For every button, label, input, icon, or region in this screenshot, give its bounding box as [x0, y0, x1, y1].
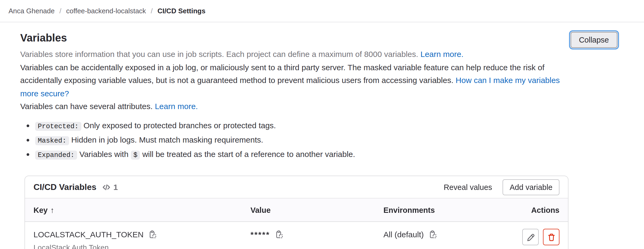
sort-ascending-icon: ↑ — [50, 206, 54, 214]
pencil-icon — [526, 233, 535, 241]
intro-text: Variables store information that you can… — [20, 49, 418, 59]
variable-environments-cell: All (default) — [383, 229, 522, 249]
warning-paragraph: Variables can be accidentally exposed in… — [20, 61, 569, 100]
copy-to-clipboard-icon — [429, 230, 437, 239]
learn-more-link[interactable]: Learn more. — [420, 49, 463, 59]
copy-key-button[interactable] — [148, 229, 157, 240]
breadcrumb-separator: / — [151, 7, 153, 15]
attributes-text: Variables can have several attributes. — [20, 102, 153, 111]
trash-icon — [547, 233, 555, 241]
breadcrumb-current-page[interactable]: CI/CD Settings — [157, 7, 206, 15]
variables-card-title: CI/CD Variables — [34, 182, 97, 192]
column-header-environments: Environments — [383, 206, 531, 214]
expanded-description-after: will be treated as the start of a refere… — [142, 149, 355, 158]
copy-value-button[interactable] — [275, 229, 283, 240]
reveal-values-button[interactable]: Reveal values — [437, 179, 499, 195]
column-header-value: Value — [250, 206, 383, 214]
copy-environments-button[interactable] — [429, 229, 437, 240]
attributes-list: Protected: Only exposed to protected bra… — [20, 119, 569, 162]
delete-variable-button[interactable] — [543, 229, 559, 245]
table-row: LOCALSTACK_AUTH_TOKEN LocalStack Auth To… — [25, 222, 568, 249]
collapse-button[interactable]: Collapse — [570, 32, 617, 48]
page-title: Variables — [20, 30, 67, 46]
variables-count: 1 — [102, 182, 118, 192]
section-description: Variables store information that you can… — [20, 48, 569, 162]
code-icon — [102, 183, 111, 191]
masked-value: ***** — [250, 229, 270, 240]
breadcrumb-project-link[interactable]: coffee-backend-localstack — [66, 7, 146, 15]
protected-term-chip: Protected: — [35, 122, 81, 131]
variable-key-cell: LOCALSTACK_AUTH_TOKEN LocalStack Auth To… — [34, 229, 250, 249]
cicd-variables-card: CI/CD Variables 1 Reveal values Add vari… — [24, 176, 568, 249]
card-header-actions: Reveal values Add variable — [437, 179, 559, 195]
edit-variable-button[interactable] — [522, 229, 539, 245]
environments-scope: All (default) — [383, 229, 424, 240]
cicd-settings-page: Anca Ghenade / coffee-backend-localstack… — [0, 0, 644, 249]
list-item-protected: Protected: Only exposed to protected bra… — [35, 119, 569, 133]
intro-paragraph: Variables store information that you can… — [20, 48, 569, 61]
column-header-key[interactable]: Key↑ — [34, 206, 250, 214]
variable-key: LOCALSTACK_AUTH_TOKEN — [34, 229, 144, 240]
expanded-description-before: Variables with — [80, 149, 129, 158]
copy-to-clipboard-icon — [275, 230, 283, 239]
breadcrumb: Anca Ghenade / coffee-backend-localstack… — [0, 0, 644, 22]
variable-actions-cell — [522, 229, 559, 249]
section-header: Variables Collapse — [20, 30, 619, 48]
copy-to-clipboard-icon — [148, 230, 157, 239]
variable-description: LocalStack Auth Token — [34, 243, 250, 249]
add-variable-button[interactable]: Add variable — [503, 179, 559, 195]
variables-table-header: Key↑ Value Environments Actions — [25, 198, 568, 222]
variables-count-value: 1 — [114, 182, 118, 192]
list-item-masked: Masked: Hidden in job logs. Must match m… — [35, 133, 569, 147]
key-column-label: Key — [34, 206, 48, 214]
breadcrumb-user-link[interactable]: Anca Ghenade — [9, 7, 55, 15]
attributes-paragraph: Variables can have several attributes. L… — [20, 100, 569, 113]
protected-description: Only exposed to protected branches or pr… — [83, 121, 276, 130]
attributes-learn-more-link[interactable]: Learn more. — [155, 102, 198, 111]
settings-section-variables: Variables Collapse Variables store infor… — [0, 30, 644, 249]
variable-value-cell: ***** — [250, 229, 383, 249]
column-header-actions: Actions — [531, 206, 559, 214]
list-item-expanded: Expanded: Variables with $ will be treat… — [35, 148, 569, 162]
variables-card-header: CI/CD Variables 1 Reveal values Add vari… — [25, 176, 568, 198]
masked-term-chip: Masked: — [35, 136, 69, 145]
expanded-term-chip: Expanded: — [35, 150, 77, 159]
masked-description: Hidden in job logs. Must match masking r… — [71, 135, 263, 144]
breadcrumb-separator: / — [59, 7, 61, 15]
dollar-sign-chip: $ — [131, 150, 140, 159]
